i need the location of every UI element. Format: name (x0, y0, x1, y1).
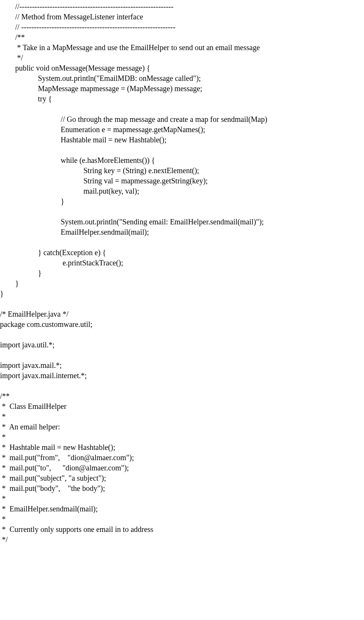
document-page: //--------------------------------------… (0, 0, 364, 552)
code-block: //--------------------------------------… (0, 2, 364, 545)
